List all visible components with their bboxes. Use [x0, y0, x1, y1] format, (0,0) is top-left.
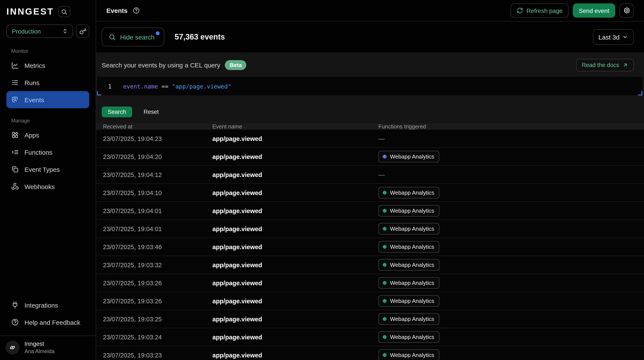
cell-event-name: app/page.viewed — [212, 315, 378, 322]
cell-received-at: 23/07/2025, 19:04:20 — [103, 153, 212, 160]
event-row[interactable]: 23/07/2025, 19:03:26 app/page.viewed Web… — [96, 292, 644, 310]
event-row[interactable]: 23/07/2025, 19:04:01 app/page.viewed Web… — [96, 220, 644, 238]
function-badge[interactable]: Webapp Analytics — [378, 151, 439, 162]
event-row[interactable]: 23/07/2025, 19:04:20 app/page.viewed Web… — [96, 148, 644, 166]
send-event-button[interactable]: Send event — [573, 4, 615, 18]
column-header-functions-triggered: Functions triggered — [378, 123, 644, 130]
cell-functions: Webapp Analytics — [378, 151, 644, 162]
sidebar-item-functions[interactable]: Functions — [6, 143, 89, 161]
sidebar-item-webhooks[interactable]: Webhooks — [6, 178, 89, 195]
arrow-up-right-icon — [622, 62, 628, 68]
function-status-dot — [383, 245, 386, 249]
cell-received-at: 23/07/2025, 19:03:24 — [103, 333, 212, 340]
events-table: Received at Event name Functions trigger… — [96, 123, 644, 360]
function-badge[interactable]: Webapp Analytics — [378, 295, 439, 307]
event-row[interactable]: 23/07/2025, 19:04:23 app/page.viewed — — [96, 130, 644, 148]
settings-button[interactable] — [620, 4, 634, 18]
page-help-icon[interactable] — [132, 7, 140, 14]
function-status-dot — [383, 155, 386, 158]
cell-event-name: app/page.viewed — [212, 333, 378, 340]
function-badge[interactable]: Webapp Analytics — [378, 241, 439, 253]
event-row[interactable]: 23/07/2025, 19:03:46 app/page.viewed Web… — [96, 238, 644, 256]
sidebar-item-apps[interactable]: Apps — [6, 126, 89, 143]
event-row[interactable]: 23/07/2025, 19:03:26 app/page.viewed Web… — [96, 274, 644, 292]
search-button[interactable]: Search — [102, 107, 132, 117]
environment-value: Production — [12, 28, 41, 35]
sidebar-item-label: Runs — [24, 79, 40, 86]
function-badge[interactable]: Webapp Analytics — [378, 205, 439, 217]
function-badge[interactable]: Webapp Analytics — [378, 313, 439, 325]
chevron-down-icon — [622, 34, 628, 40]
cell-event-name: app/page.viewed — [212, 261, 378, 268]
event-row[interactable]: 23/07/2025, 19:03:32 app/page.viewed Web… — [96, 256, 644, 274]
reset-button[interactable]: Reset — [144, 109, 159, 115]
section-label-manage: Manage — [0, 118, 96, 124]
cell-functions: Webapp Analytics — [378, 241, 644, 253]
inngest-dashboard: INNGEST Production Monitor — [0, 0, 644, 360]
event-row[interactable]: 23/07/2025, 19:03:25 app/page.viewed Web… — [96, 310, 644, 328]
sidebar-item-metrics[interactable]: Metrics — [6, 57, 89, 74]
account-info: Inngest Ana Almeida — [24, 340, 54, 355]
cell-received-at: 23/07/2025, 19:04:10 — [103, 189, 212, 196]
cell-functions: Webapp Analytics — [378, 313, 644, 325]
inngest-logo: INNGEST — [6, 7, 54, 17]
cell-event-name: app/page.viewed — [212, 297, 378, 304]
function-badge[interactable]: Webapp Analytics — [378, 349, 439, 360]
function-name: Webapp Analytics — [390, 208, 434, 214]
event-row[interactable]: 23/07/2025, 19:03:24 app/page.viewed Web… — [96, 328, 644, 346]
sidebar-search-button[interactable] — [58, 6, 70, 17]
function-badge[interactable]: Webapp Analytics — [378, 223, 439, 235]
account-user: Ana Almeida — [24, 348, 54, 355]
sidebar-item-event-types[interactable]: Event Types — [6, 161, 89, 178]
time-range-select[interactable]: Last 3d — [593, 29, 634, 45]
monitor-nav: Metrics Runs Events — [0, 57, 96, 108]
code-token-operator: == — [158, 83, 172, 90]
hide-search-label: Hide search — [120, 33, 154, 41]
functions-icon — [11, 148, 19, 156]
sidebar-item-events[interactable]: Events — [6, 91, 89, 108]
sidebar-item-help[interactable]: Help and Feedback — [6, 314, 89, 331]
sidebar-item-runs[interactable]: Runs — [6, 74, 89, 91]
cell-received-at: 23/07/2025, 19:04:01 — [103, 225, 212, 232]
account-menu[interactable]: Inngest Ana Almeida — [0, 336, 96, 360]
sidebar-item-integrations[interactable]: Integrations — [6, 297, 89, 314]
read-docs-button[interactable]: Read the docs — [576, 59, 634, 71]
event-row[interactable]: 23/07/2025, 19:04:12 app/page.viewed — — [96, 166, 644, 184]
event-row[interactable]: 23/07/2025, 19:04:01 app/page.viewed Web… — [96, 202, 644, 220]
function-name: Webapp Analytics — [390, 352, 434, 358]
function-status-dot — [383, 353, 386, 357]
key-icon — [79, 28, 86, 35]
sidebar-footer-nav: Integrations Help and Feedback — [0, 297, 96, 331]
cell-event-name: app/page.viewed — [212, 225, 378, 232]
time-range-value: Last 3d — [598, 33, 620, 41]
cell-received-at: 23/07/2025, 19:03:26 — [103, 297, 212, 304]
events-table-header: Received at Event name Functions trigger… — [96, 123, 644, 130]
page-title: Events — [106, 7, 128, 14]
function-name: Webapp Analytics — [390, 316, 434, 322]
cel-query-code: event.name == "app/page.viewed" — [123, 83, 231, 90]
hide-search-button[interactable]: Hide search — [102, 28, 164, 46]
environment-selector[interactable]: Production — [6, 25, 73, 38]
column-header-received-at: Received at — [103, 123, 212, 130]
event-keys-button[interactable] — [76, 25, 89, 38]
plug-icon — [11, 301, 19, 309]
refresh-page-button[interactable]: Refresh page — [510, 4, 568, 18]
cell-received-at: 23/07/2025, 19:03:32 — [103, 261, 212, 268]
editor-line-number: 1 — [97, 83, 112, 90]
function-badge[interactable]: Webapp Analytics — [378, 277, 439, 289]
function-badge[interactable]: Webapp Analytics — [378, 259, 439, 271]
cel-query-editor[interactable]: 1 event.name == "app/page.viewed" — [97, 77, 642, 95]
function-name: Webapp Analytics — [390, 262, 434, 268]
event-row[interactable]: 23/07/2025, 19:03:23 app/page.viewed Web… — [96, 346, 644, 360]
cell-received-at: 23/07/2025, 19:04:12 — [103, 171, 212, 178]
event-row[interactable]: 23/07/2025, 19:04:10 app/page.viewed Web… — [96, 184, 644, 202]
function-badge[interactable]: Webapp Analytics — [378, 187, 439, 199]
chart-icon — [11, 61, 19, 69]
events-count: 57,363 events — [174, 33, 225, 42]
function-status-dot — [383, 317, 386, 321]
page-header: Events Refresh page Send event — [96, 0, 644, 22]
function-badge[interactable]: Webapp Analytics — [378, 331, 439, 343]
function-status-dot — [383, 263, 386, 267]
search-icon — [108, 33, 116, 41]
function-name: Webapp Analytics — [390, 190, 434, 196]
